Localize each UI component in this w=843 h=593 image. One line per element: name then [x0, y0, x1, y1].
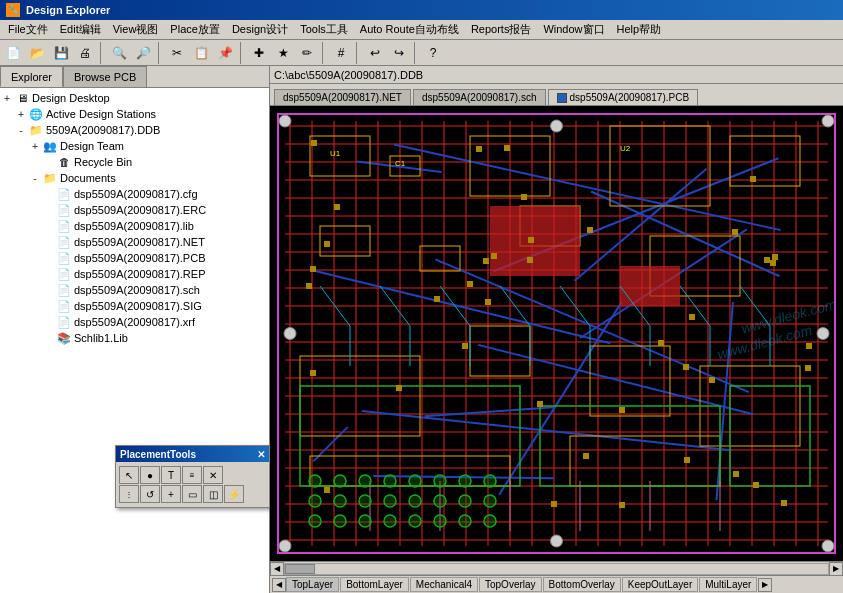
- toolbar-btn-cut[interactable]: ✂: [166, 42, 188, 64]
- toolbar-btn-save[interactable]: 💾: [50, 42, 72, 64]
- toolbar-sep-1: [100, 42, 104, 64]
- pt-btn-square[interactable]: ◫: [203, 485, 223, 503]
- placement-tools-row-2: ⋮ ↺ + ▭ ◫ ⚡: [119, 485, 266, 503]
- menu-bar: File文件 Edit编辑 View视图 Place放置 Design设计 To…: [0, 20, 843, 40]
- panel-tab-bar: Explorer Browse PCB: [0, 66, 269, 88]
- pt-btn-arrow[interactable]: ↖: [119, 466, 139, 484]
- menu-tools[interactable]: Tools工具: [294, 21, 354, 38]
- pcb-tab-pcb_active[interactable]: dsp5509A(20090817).PCB: [548, 89, 699, 105]
- pt-btn-cross[interactable]: ✕: [203, 466, 223, 484]
- pt-btn-rect[interactable]: ▭: [182, 485, 202, 503]
- main-area: Explorer Browse PCB +🖥Design Desktop+🌐Ac…: [0, 66, 843, 593]
- placement-tools-title: PlacementTools: [120, 449, 196, 460]
- toolbar-btn-paste[interactable]: 📌: [214, 42, 236, 64]
- toolbar-sep-5: [356, 42, 360, 64]
- pt-btn-rotate[interactable]: ↺: [140, 485, 160, 503]
- hscroll-left[interactable]: ◀: [270, 562, 284, 576]
- toolbar-btn-cross[interactable]: ✚: [248, 42, 270, 64]
- pt-btn-circle[interactable]: ●: [140, 466, 160, 484]
- app-title: Design Explorer: [26, 4, 110, 16]
- hscroll-track[interactable]: [284, 563, 829, 575]
- pcb-tab-label-pcb_active: dsp5509A(20090817).PCB: [570, 92, 690, 103]
- project-tree: +🖥Design Desktop+🌐Active Design Stations…: [0, 88, 269, 593]
- toolbar-btn-browse[interactable]: 🔎: [132, 42, 154, 64]
- menu-reports[interactable]: Reports报告: [465, 21, 538, 38]
- pcb-tab-label-net: dsp5509A(20090817).NET: [283, 92, 402, 103]
- layer-scroll-right[interactable]: ▶: [758, 578, 772, 592]
- menu-help[interactable]: Help帮助: [611, 21, 668, 38]
- app-icon: 🔧: [6, 3, 20, 17]
- right-panel: C:\abc\5509A(20090817).DDB dsp5509A(2009…: [270, 66, 843, 593]
- pt-btn-plus[interactable]: +: [161, 485, 181, 503]
- toolbar-btn-find[interactable]: 🔍: [108, 42, 130, 64]
- toolbar-btn-redo[interactable]: ↪: [388, 42, 410, 64]
- tree-item-recycle_bin[interactable]: 🗑Recycle Bin: [0, 154, 269, 170]
- toolbar-sep-4: [322, 42, 326, 64]
- tree-item-rep[interactable]: 📄dsp5509A(20090817).REP: [0, 266, 269, 282]
- layer-tab-toplayer[interactable]: TopLayer: [286, 577, 339, 592]
- hscroll-right[interactable]: ▶: [829, 562, 843, 576]
- tree-item-documents[interactable]: -📁Documents: [0, 170, 269, 186]
- pcb-tab-sch[interactable]: dsp5509A(20090817).sch: [413, 89, 546, 105]
- pcb-tab-net[interactable]: dsp5509A(20090817).NET: [274, 89, 411, 105]
- menu-place[interactable]: Place放置: [164, 21, 226, 38]
- tree-item-active_stations[interactable]: +🌐Active Design Stations: [0, 106, 269, 122]
- left-panel: Explorer Browse PCB +🖥Design Desktop+🌐Ac…: [0, 66, 270, 593]
- path-bar: C:\abc\5509A(20090817).DDB: [270, 66, 843, 84]
- menu-autoroute[interactable]: Auto Route自动布线: [354, 21, 465, 38]
- tree-item-cfg[interactable]: 📄dsp5509A(20090817).cfg: [0, 186, 269, 202]
- layer-tab-keepout[interactable]: KeepOutLayer: [622, 577, 699, 592]
- menu-file[interactable]: File文件: [2, 21, 54, 38]
- path-text: C:\abc\5509A(20090817).DDB: [274, 69, 423, 81]
- placement-tools-body: ↖ ● T ≡ ✕ ⋮ ↺ + ▭ ◫ ⚡: [116, 462, 269, 507]
- layer-tab-bar: ◀TopLayerBottomLayerMechanical4TopOverla…: [270, 575, 843, 593]
- toolbar-btn-print[interactable]: 🖨: [74, 42, 96, 64]
- layer-tab-bottomlayer[interactable]: BottomLayer: [340, 577, 409, 592]
- title-bar: 🔧 Design Explorer: [0, 0, 843, 20]
- pt-btn-lines[interactable]: ≡: [182, 466, 202, 484]
- layer-scroll-left[interactable]: ◀: [272, 578, 286, 592]
- menu-edit[interactable]: Edit编辑: [54, 21, 107, 38]
- tree-item-erc[interactable]: 📄dsp5509A(20090817).ERC: [0, 202, 269, 218]
- placement-tools-close[interactable]: ✕: [257, 449, 265, 460]
- tab-browse-pcb[interactable]: Browse PCB: [63, 66, 147, 87]
- pcb-canvas[interactable]: www.dleok.com: [270, 106, 843, 561]
- pt-btn-vlines[interactable]: ⋮: [119, 485, 139, 503]
- toolbar-btn-hash[interactable]: #: [330, 42, 352, 64]
- pt-btn-zap[interactable]: ⚡: [224, 485, 244, 503]
- layer-tab-bottomoverlay[interactable]: BottomOverlay: [543, 577, 621, 592]
- toolbar-btn-undo[interactable]: ↩: [364, 42, 386, 64]
- tree-item-sch[interactable]: 📄dsp5509A(20090817).sch: [0, 282, 269, 298]
- layer-tab-mech4[interactable]: Mechanical4: [410, 577, 478, 592]
- tree-item-net[interactable]: 📄dsp5509A(20090817).NET: [0, 234, 269, 250]
- toolbar-btn-pencil[interactable]: ✏: [296, 42, 318, 64]
- pcb-tab-label-sch: dsp5509A(20090817).sch: [422, 92, 537, 103]
- menu-window[interactable]: Window窗口: [537, 21, 610, 38]
- toolbar-btn-new[interactable]: 📄: [2, 42, 24, 64]
- toolbar-btn-star[interactable]: ★: [272, 42, 294, 64]
- pcb-artwork: [270, 106, 843, 561]
- tab-explorer[interactable]: Explorer: [0, 66, 63, 87]
- tree-item-sig[interactable]: 📄dsp5509A(20090817).SIG: [0, 298, 269, 314]
- tree-item-pcb[interactable]: 📄dsp5509A(20090817).PCB: [0, 250, 269, 266]
- toolbar-sep-2: [158, 42, 162, 64]
- menu-design[interactable]: Design设计: [226, 21, 294, 38]
- placement-tools-row-1: ↖ ● T ≡ ✕: [119, 466, 266, 484]
- menu-view[interactable]: View视图: [107, 21, 165, 38]
- layer-tab-topoverlay[interactable]: TopOverlay: [479, 577, 542, 592]
- layer-tab-multilayer[interactable]: MultiLayer: [699, 577, 757, 592]
- hscroll-thumb[interactable]: [285, 564, 315, 574]
- tree-item-desktop[interactable]: +🖥Design Desktop: [0, 90, 269, 106]
- placement-tools-window: PlacementTools ✕ ↖ ● T ≡ ✕ ⋮ ↺ + ▭ ◫ ⚡: [115, 445, 270, 508]
- toolbar-btn-copy[interactable]: 📋: [190, 42, 212, 64]
- tree-item-ddb[interactable]: -📁5509A(20090817).DDB: [0, 122, 269, 138]
- tree-item-schlib[interactable]: 📚Schlib1.Lib: [0, 330, 269, 346]
- toolbar-btn-help[interactable]: ?: [422, 42, 444, 64]
- tree-item-xrf[interactable]: 📄dsp5509A(20090817).xrf: [0, 314, 269, 330]
- tree-item-design_team[interactable]: +👥Design Team: [0, 138, 269, 154]
- tree-item-lib[interactable]: 📄dsp5509A(20090817).lib: [0, 218, 269, 234]
- toolbar: 📄 📂 💾 🖨 🔍 🔎 ✂ 📋 📌 ✚ ★ ✏ # ↩ ↪ ?: [0, 40, 843, 66]
- toolbar-btn-open[interactable]: 📂: [26, 42, 48, 64]
- pcb-hscroll[interactable]: ◀ ▶: [270, 561, 843, 575]
- pt-btn-text[interactable]: T: [161, 466, 181, 484]
